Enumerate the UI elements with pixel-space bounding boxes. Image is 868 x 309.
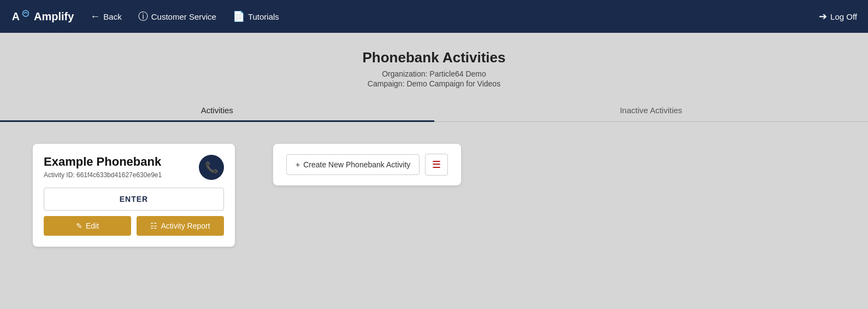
page-title: Phonebank Activities bbox=[0, 49, 868, 66]
brand-name: Amplify bbox=[34, 10, 74, 23]
tutorials-label: Tutorials bbox=[248, 12, 279, 21]
card-actions: ✎ Edit ☷ Activity Report bbox=[44, 216, 224, 236]
brand-logo[interactable]: A Amplify bbox=[11, 7, 74, 26]
plus-icon: + bbox=[296, 160, 300, 169]
page-header: Phonebank Activities Organization: Parti… bbox=[0, 33, 868, 94]
page-org: Organization: Particle64 Demo bbox=[0, 69, 868, 78]
card-activity-id: Activity ID: 661f4c633bd41627e630e9e1 bbox=[44, 171, 162, 179]
navbar: A Amplify ← Back ⓘ Customer Service 📄 Tu… bbox=[0, 0, 868, 33]
tab-activities[interactable]: Activities bbox=[0, 99, 434, 121]
create-new-phonebank-button[interactable]: + Create New Phonebank Activity bbox=[286, 154, 420, 175]
customer-service-nav-item[interactable]: ⓘ Customer Service bbox=[138, 10, 216, 23]
svg-text:A: A bbox=[12, 10, 20, 22]
enter-button[interactable]: ENTER bbox=[44, 188, 224, 211]
logoff-nav-item[interactable]: ➔ Log Off bbox=[819, 10, 857, 22]
create-new-label: Create New Phonebank Activity bbox=[303, 160, 410, 169]
card-title-group: Example Phonebank Activity ID: 661f4c633… bbox=[44, 155, 162, 179]
back-nav-item[interactable]: ← Back bbox=[90, 11, 121, 22]
svg-point-1 bbox=[23, 10, 29, 16]
main-content: Example Phonebank Activity ID: 661f4c633… bbox=[0, 122, 868, 269]
customer-service-label: Customer Service bbox=[151, 12, 216, 21]
activity-report-label: Activity Report bbox=[161, 221, 210, 230]
tutorials-icon: 📄 bbox=[233, 10, 245, 22]
tabs-bar: Activities Inactive Activities bbox=[0, 99, 868, 122]
create-new-box: + Create New Phonebank Activity ☰ bbox=[273, 144, 461, 185]
back-icon: ← bbox=[90, 11, 100, 22]
card-header: Example Phonebank Activity ID: 661f4c633… bbox=[44, 155, 224, 180]
logoff-icon: ➔ bbox=[819, 10, 827, 22]
tab-inactive-activities[interactable]: Inactive Activities bbox=[434, 99, 869, 121]
activity-report-button[interactable]: ☷ Activity Report bbox=[137, 216, 224, 236]
customer-service-icon: ⓘ bbox=[138, 10, 148, 23]
card-title: Example Phonebank bbox=[44, 155, 162, 169]
edit-icon: ✎ bbox=[76, 221, 82, 230]
list-view-button[interactable]: ☰ bbox=[425, 154, 448, 176]
activity-report-icon: ☷ bbox=[150, 221, 157, 230]
back-label: Back bbox=[103, 12, 121, 21]
tutorials-nav-item[interactable]: 📄 Tutorials bbox=[233, 10, 279, 22]
logoff-label: Log Off bbox=[830, 12, 857, 21]
phone-icon-button[interactable]: 📞 bbox=[199, 155, 224, 180]
activity-card: Example Phonebank Activity ID: 661f4c633… bbox=[33, 144, 235, 247]
list-icon: ☰ bbox=[432, 159, 441, 171]
page-campaign: Campaign: Demo Campaign for Videos bbox=[0, 79, 868, 88]
edit-button[interactable]: ✎ Edit bbox=[44, 216, 131, 236]
edit-label: Edit bbox=[86, 221, 99, 230]
